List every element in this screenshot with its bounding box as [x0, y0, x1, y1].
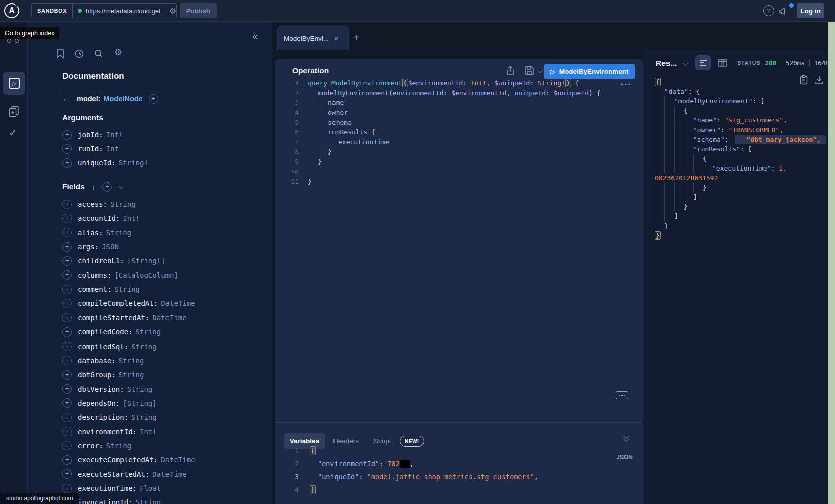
doc-field-row[interactable]: +access:String — [62, 197, 136, 211]
add-field-icon[interactable]: + — [62, 200, 72, 209]
back-arrow-icon[interactable]: ← — [62, 94, 71, 104]
add-field-icon[interactable]: + — [62, 441, 72, 450]
add-field-icon[interactable]: + — [62, 327, 72, 337]
field-type[interactable]: Int! — [123, 214, 140, 222]
sidebar-item-checks[interactable]: ✓ — [9, 127, 17, 139]
add-field-icon[interactable]: + — [62, 242, 72, 252]
field-type[interactable]: String — [119, 357, 144, 365]
operation-editor[interactable]: 1query ModelByEnvironment($environmentId… — [275, 78, 643, 419]
doc-field-row[interactable]: +compiledSql:String — [62, 340, 157, 354]
add-field-icon[interactable]: + — [62, 285, 72, 294]
model-type-link[interactable]: ModelNode — [104, 95, 143, 103]
add-field-icon[interactable]: + — [62, 413, 72, 422]
add-field-icon[interactable]: + — [62, 214, 72, 223]
add-field-icon[interactable]: + — [62, 228, 72, 237]
add-field-icon[interactable]: + — [62, 158, 72, 168]
endpoint-settings-gear-icon[interactable]: ⚙ — [169, 6, 176, 16]
response-view-table-icon[interactable] — [718, 59, 727, 67]
response-json-viewer[interactable]: {"data": {"modelByEnvironment": [{"name"… — [643, 77, 828, 278]
field-type[interactable]: String — [131, 343, 157, 351]
history-icon[interactable] — [74, 49, 84, 59]
doc-field-row[interactable]: +compileCompletedAt:DateTime — [62, 296, 195, 310]
doc-field-row[interactable]: +runId:Int — [62, 142, 119, 156]
add-field-icon[interactable]: + — [62, 398, 72, 408]
run-operation-button[interactable]: ▷ ModelByEnvironment — [544, 64, 635, 79]
add-field-icon[interactable]: + — [62, 370, 72, 380]
sidebar-item-operation-collections[interactable] — [9, 106, 20, 118]
field-type[interactable]: DateTime — [161, 299, 195, 307]
add-type-icon[interactable]: + — [149, 94, 158, 104]
save-operation-icon[interactable] — [525, 66, 534, 75]
doc-field-row[interactable]: +compileStartedAt:DateTime — [62, 311, 187, 325]
field-type[interactable]: Int! — [140, 428, 157, 436]
doc-field-row[interactable]: +columns:[CatalogColumn] — [62, 268, 178, 282]
field-type[interactable]: String — [119, 371, 144, 379]
publish-button[interactable]: Publish — [180, 3, 217, 18]
add-field-icon[interactable]: + — [62, 427, 72, 436]
help-icon[interactable]: ? — [763, 5, 774, 16]
add-field-icon[interactable]: + — [62, 144, 72, 154]
doc-field-row[interactable]: +dbtVersion:String — [62, 382, 152, 396]
login-button[interactable]: Log in — [797, 3, 824, 18]
bookmark-icon[interactable] — [56, 49, 65, 59]
field-type[interactable]: [String] — [123, 399, 156, 407]
field-type[interactable]: String — [114, 285, 140, 293]
field-type[interactable]: String — [106, 442, 132, 450]
add-field-icon[interactable]: + — [62, 299, 72, 308]
graph-index-icon[interactable] — [7, 39, 11, 43]
share-operation-icon[interactable] — [506, 66, 515, 76]
announcements-megaphone-icon[interactable] — [778, 6, 788, 16]
field-type[interactable]: [String!] — [127, 257, 165, 265]
doc-field-row[interactable]: +accountId:Int! — [62, 211, 140, 225]
doc-field-row[interactable]: +error:String — [62, 439, 131, 453]
doc-field-row[interactable]: +alias:String — [62, 226, 131, 240]
doc-field-row[interactable]: +args:JSON — [62, 240, 119, 254]
field-type[interactable]: JSON — [102, 243, 119, 251]
add-all-fields-icon[interactable]: + — [102, 182, 112, 192]
field-type[interactable]: DateTime — [161, 456, 195, 464]
close-tab-icon[interactable]: × — [334, 34, 339, 43]
add-field-icon[interactable]: + — [62, 384, 72, 394]
doc-field-row[interactable]: +description:String — [62, 410, 157, 424]
doc-field-row[interactable]: +comment:String — [62, 282, 140, 296]
field-type[interactable]: String — [110, 200, 136, 208]
doc-field-row[interactable]: +environmentId:Int! — [62, 425, 157, 439]
add-field-icon[interactable]: + — [62, 256, 72, 266]
doc-field-row[interactable]: +executeCompletedAt:DateTime — [62, 453, 195, 467]
add-field-icon[interactable]: + — [62, 130, 72, 140]
doc-field-row[interactable]: +dbtGroup:String — [62, 368, 144, 382]
add-field-icon[interactable]: + — [62, 469, 72, 479]
field-type[interactable]: String — [136, 328, 161, 336]
keyboard-shortcuts-icon[interactable] — [616, 391, 628, 399]
field-type[interactable]: String — [136, 498, 161, 504]
add-field-icon[interactable]: + — [62, 356, 72, 365]
field-type[interactable]: String — [127, 385, 153, 393]
sidebar-item-explorer[interactable]: ▷ — [3, 72, 25, 95]
field-type[interactable]: String! — [119, 159, 148, 167]
response-view-formatted-button[interactable] — [695, 55, 711, 70]
variables-editor[interactable]: 1{2"environmentId": 782,3"uniqueId": "mo… — [275, 444, 643, 502]
new-tab-icon[interactable]: + — [354, 32, 360, 43]
add-field-icon[interactable]: + — [62, 313, 72, 322]
field-type[interactable]: Float — [140, 484, 161, 492]
field-type[interactable]: String — [106, 229, 132, 237]
add-fields-chevron-icon[interactable] — [118, 183, 123, 188]
doc-field-row[interactable]: +executeStartedAt:DateTime — [62, 467, 187, 481]
add-field-icon[interactable]: + — [62, 270, 72, 280]
field-type[interactable]: DateTime — [152, 314, 186, 322]
add-field-icon[interactable]: + — [62, 455, 72, 465]
sort-fields-icon[interactable]: ↓ — [92, 183, 96, 191]
field-type[interactable]: String — [131, 413, 157, 421]
doc-field-row[interactable]: +database:String — [62, 354, 144, 368]
endpoint-url-input[interactable]: https://metadata.cloud.get — [86, 7, 168, 15]
collapse-sidebar-icon[interactable]: « — [252, 31, 258, 42]
doc-field-row[interactable]: +dependsOn:[String] — [62, 396, 157, 410]
field-type[interactable]: DateTime — [152, 470, 186, 478]
settings-gear-icon[interactable]: ⚙ — [114, 47, 122, 58]
doc-field-row[interactable]: +compiledCode:String — [62, 325, 161, 339]
doc-field-row[interactable]: +childrenL1:[String!] — [62, 254, 165, 268]
doc-field-row[interactable]: +uniqueId:String! — [62, 156, 148, 170]
add-field-icon[interactable]: + — [62, 484, 72, 493]
doc-field-row[interactable]: +jobId:Int! — [62, 128, 123, 142]
field-type[interactable]: [CatalogColumn] — [114, 271, 178, 279]
